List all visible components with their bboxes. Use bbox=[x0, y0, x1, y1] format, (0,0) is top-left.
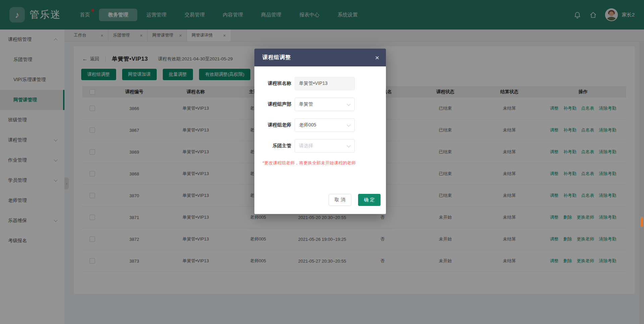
field-label: 课程组老师 bbox=[262, 122, 291, 128]
modal-header: 课程组调整 × bbox=[254, 49, 386, 66]
modal-warning-text: *更改课程组老师，将更换全部未开始课程的老师 bbox=[254, 160, 386, 166]
scrollbar-thumb[interactable] bbox=[640, 217, 643, 227]
select-乐团主管[interactable]: 请选择 bbox=[295, 139, 355, 153]
chevron-down-icon bbox=[347, 144, 350, 147]
select-课程组声部[interactable]: 单簧管 bbox=[295, 98, 355, 111]
chevron-down-icon bbox=[347, 123, 350, 126]
modal-field-课程组老师: 课程组老师老师005 bbox=[262, 118, 378, 132]
select-value: 请选择 bbox=[299, 143, 313, 149]
field-label: 课程组声部 bbox=[262, 101, 291, 107]
select-value: 单簧管 bbox=[299, 101, 313, 107]
modal-field-乐团主管: 乐团主管请选择 bbox=[262, 139, 378, 153]
modal-footer: 取 消 确 定 bbox=[329, 194, 381, 206]
modal-field-课程组声部: 课程组声部单簧管 bbox=[262, 98, 378, 111]
field-label: 课程班名称 bbox=[262, 80, 291, 87]
modal-title: 课程组调整 bbox=[262, 54, 291, 61]
chevron-down-icon bbox=[347, 102, 350, 106]
confirm-button[interactable]: 确 定 bbox=[358, 194, 381, 206]
cancel-button[interactable]: 取 消 bbox=[329, 194, 351, 206]
select-value: 老师005 bbox=[299, 122, 316, 128]
input-value: 单簧管•VIP13 bbox=[299, 80, 328, 87]
modal-field-课程班名称: 课程班名称单簧管•VIP13 bbox=[262, 77, 378, 90]
close-icon[interactable]: × bbox=[375, 54, 379, 61]
modal-body: 课程班名称单簧管•VIP13课程组声部单簧管课程组老师老师005乐团主管请选择 bbox=[254, 66, 386, 153]
field-label: 乐团主管 bbox=[262, 143, 291, 149]
input-课程班名称: 单簧管•VIP13 bbox=[295, 77, 355, 90]
select-课程组老师[interactable]: 老师005 bbox=[295, 118, 355, 132]
course-group-adjust-modal: 课程组调整 × 课程班名称单簧管•VIP13课程组声部单簧管课程组老师老师005… bbox=[254, 49, 386, 214]
